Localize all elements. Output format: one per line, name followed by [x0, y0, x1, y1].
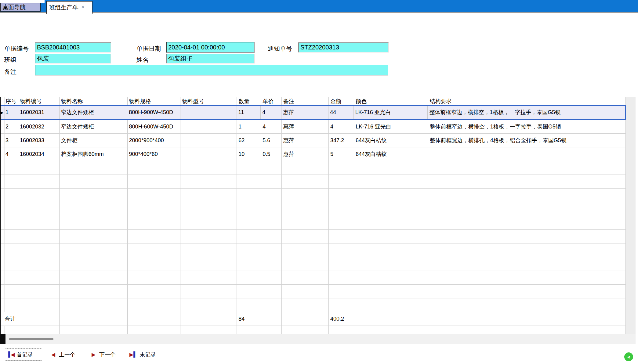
table-row[interactable]: ▶ 1 16002031 窄边文件矮柜 800H-900W-450D 11 4 … [1, 105, 626, 120]
table-row[interactable]: 2 16002032 窄边文件矮柜 800H-600W-450D 1 4 惠萍 … [1, 120, 626, 134]
last-record-label: 末记录 [140, 351, 156, 358]
cell-code: 16002032 [18, 120, 60, 133]
cell-qty: 11 [237, 106, 261, 119]
empty-row[interactable] [1, 243, 626, 257]
remark-label: 备注 [4, 68, 16, 76]
cell-color: 644灰白桔纹 [354, 147, 428, 161]
cell-structure [428, 147, 626, 161]
next-record-button[interactable]: ▶ 下一个 [92, 348, 116, 361]
cell-price: 5.6 [261, 134, 282, 147]
empty-row[interactable] [1, 189, 626, 202]
first-record-icon: ▌◀ [8, 351, 15, 358]
tab-team-production-order[interactable]: 班组生产单 .. × [46, 1, 92, 14]
cell-remark: 惠萍 [281, 106, 328, 119]
table-row[interactable]: 4 16002034 档案柜围脚60mm 900*400*60 10 0.5 惠… [1, 147, 626, 161]
material-table: 序号 物料编号 物料名称 物料规格 物料型号 数量 单价 备注 金额 颜色 结构… [0, 97, 626, 334]
horizontal-scrollbar[interactable] [0, 334, 636, 344]
cell-model [180, 120, 237, 133]
cell-name: 窄边文件矮柜 [60, 120, 128, 133]
cell-amount: 4 [329, 120, 354, 133]
empty-row[interactable] [1, 230, 626, 243]
empty-row[interactable] [1, 202, 626, 216]
tab-label: 班组生产单 [49, 4, 78, 12]
empty-row[interactable] [1, 216, 626, 230]
team-label: 班组 [4, 56, 16, 64]
cell-remark: 惠萍 [282, 134, 329, 147]
cell-price: 0.5 [261, 147, 282, 161]
cell-seq: 4 [5, 147, 18, 161]
header-indicator [1, 97, 5, 105]
notice-no-label: 通知单号 [268, 45, 292, 53]
person-name-input[interactable] [166, 54, 255, 63]
cell-code: 16002033 [18, 134, 60, 147]
previous-record-icon: ◀ [51, 351, 55, 358]
cell-remark: 惠萍 [282, 147, 329, 161]
notice-no-input[interactable] [298, 42, 389, 52]
empty-row[interactable] [1, 285, 626, 298]
cell-model [180, 134, 237, 147]
cell-spec: 2000*900*400 [128, 134, 181, 147]
cell-remark: 惠萍 [282, 120, 329, 133]
close-icon[interactable]: × [81, 4, 85, 10]
table-row[interactable]: 3 16002033 文件柜 2000*900*400 62 5.6 惠萍 34… [1, 134, 626, 147]
cell-qty: 1 [237, 120, 261, 133]
cell-code: 16002034 [18, 147, 60, 161]
cell-color: LK-716 亚光白 [354, 106, 428, 119]
last-record-button[interactable]: ▶▌ 末记录 [129, 348, 156, 361]
cell-structure: 整体前框窄边，横排空，1格板，一字拉手，泰国G5锁 [428, 106, 625, 119]
doc-date-input[interactable] [166, 42, 255, 53]
filler-rows [1, 161, 626, 312]
current-row-arrow-icon: ▶ [1, 106, 5, 119]
cell-color: LK-716 亚光白 [354, 120, 428, 133]
empty-row[interactable] [1, 298, 626, 312]
cell-code: 16002031 [18, 106, 60, 119]
cell-price: 4 [261, 120, 282, 133]
doc-date-label: 单据日期 [136, 45, 161, 53]
row-indicator-cell [1, 147, 5, 161]
cell-amount: 347.2 [329, 134, 354, 147]
previous-record-button[interactable]: ◀ 上一个 [51, 348, 75, 361]
cell-qty: 10 [237, 147, 261, 161]
empty-row[interactable] [1, 326, 626, 334]
next-record-icon: ▶ [92, 351, 96, 358]
remark-input[interactable] [35, 65, 388, 76]
tab-strip [0, 0, 45, 3]
row-indicator-cell [1, 134, 5, 147]
cell-amount: 5 [329, 147, 354, 161]
cell-spec: 800H-600W-450D [128, 120, 181, 133]
scrollbar-corner [0, 334, 5, 344]
safety-tray-icon[interactable]: ➤ [624, 352, 633, 361]
empty-row[interactable] [1, 257, 626, 271]
total-amount: 400.2 [329, 312, 354, 326]
last-record-icon: ▶▌ [129, 351, 136, 358]
cell-name: 档案柜围脚60mm [60, 147, 128, 161]
header-amount: 金额 [329, 97, 354, 105]
cell-name: 窄边文件矮柜 [60, 106, 128, 119]
title-bar [0, 0, 638, 13]
header-material-spec: 物料规格 [128, 97, 181, 105]
tab-truncation-dots: .. [78, 4, 81, 12]
cell-seq: 1 [5, 106, 18, 119]
header-price: 单价 [261, 97, 282, 105]
cell-structure: 整体前框窄边，横排空，1格板，一字拉手，泰国G5锁 [428, 120, 626, 133]
header-material-name: 物料名称 [60, 97, 128, 105]
vertical-scrollbar[interactable] [626, 97, 636, 334]
header-material-code: 物料编号 [18, 97, 60, 105]
empty-row[interactable] [1, 175, 626, 189]
team-input[interactable] [35, 54, 111, 63]
first-record-button[interactable]: ▌◀ 首记录 [5, 348, 42, 361]
tab-desktop-navigation[interactable]: 桌面导航 [0, 3, 41, 12]
cell-name: 文件柜 [60, 134, 128, 147]
cell-model [180, 147, 237, 161]
horizontal-scrollbar-thumb[interactable] [9, 338, 53, 340]
cell-qty: 62 [237, 134, 261, 147]
cell-amount: 44 [328, 106, 354, 119]
row-indicator-cell: ▶ [1, 106, 5, 119]
person-name-label: 姓名 [136, 56, 149, 64]
empty-row[interactable] [1, 161, 626, 175]
cell-seq: 3 [5, 134, 18, 147]
empty-row[interactable] [1, 271, 626, 285]
first-record-label: 首记录 [16, 351, 33, 358]
doc-no-input[interactable] [35, 42, 111, 52]
next-record-label: 下一个 [99, 351, 116, 358]
